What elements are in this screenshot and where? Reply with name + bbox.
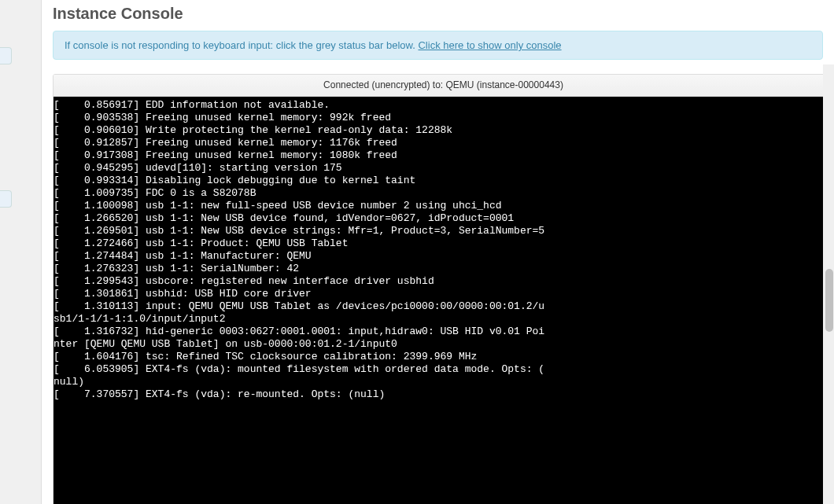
terminal-line: [ 0.945295] udevd[110]: starting version… <box>54 162 833 175</box>
vnc-status-bar[interactable]: Connected (unencrypted) to: QEMU (instan… <box>54 75 833 97</box>
terminal-output[interactable]: [ 0.856917] EDD information not availabl… <box>54 97 833 504</box>
terminal-line: [ 1.299543] usbcore: registered new inte… <box>54 275 833 288</box>
terminal-line: [ 1.266520] usb 1-1: New USB device foun… <box>54 212 833 225</box>
terminal-line: [ 1.272466] usb 1-1: Product: QEMU USB T… <box>54 237 833 250</box>
terminal-line: [ 1.604176] tsc: Refined TSC clocksource… <box>54 351 833 363</box>
status-bar-text: Connected (unencrypted) to: QEMU (instan… <box>323 79 563 90</box>
page-title: Instance Console <box>53 5 834 23</box>
console-frame: Connected (unencrypted) to: QEMU (instan… <box>53 74 834 504</box>
show-only-console-link[interactable]: Click here to show only console <box>418 39 561 51</box>
terminal-line: [ 1.276323] usb 1-1: SerialNumber: 42 <box>54 263 833 275</box>
terminal-line: [ 1.009735] FDC 0 is a S82078B <box>54 187 833 200</box>
terminal-line: [ 1.301861] usbhid: USB HID core driver <box>54 288 833 300</box>
terminal-line: sb1/1-1/1-1:1.0/input/input2 <box>54 313 833 326</box>
page-wrap: Instance Console If console is not respo… <box>0 0 834 504</box>
alert-text: If console is not responding to keyboard… <box>65 39 418 51</box>
terminal-line: [ 1.274484] usb 1-1: Manufacturer: QEMU <box>54 250 833 263</box>
terminal-line: [ 0.993314] Disabling lock debugging due… <box>54 175 833 187</box>
terminal-line: [ 0.917308] Freeing unused kernel memory… <box>54 149 833 162</box>
terminal-line: [ 1.310113] input: QEMU QEMU USB Tablet … <box>54 300 833 313</box>
terminal-line: [ 0.906010] Write protecting the kernel … <box>54 124 833 137</box>
terminal-line: null) <box>54 376 833 388</box>
terminal-line: [ 1.316732] hid-generic 0003:0627:0001.0… <box>54 326 833 338</box>
terminal-line: [ 1.269501] usb 1-1: New USB device stri… <box>54 225 833 237</box>
terminal-line: [ 6.053905] EXT4-fs (vda): mounted files… <box>54 363 833 376</box>
terminal-line: [ 0.856917] EDD information not availabl… <box>54 99 833 112</box>
terminal-line: [ 0.903538] Freeing unused kernel memory… <box>54 112 833 124</box>
terminal-line: [ 7.370557] EXT4-fs (vda): re-mounted. O… <box>54 388 833 401</box>
scrollbar-track[interactable] <box>823 64 834 504</box>
info-alert: If console is not responding to keyboard… <box>53 31 823 60</box>
sidebar-col <box>0 0 41 504</box>
main-content: Instance Console If console is not respo… <box>41 0 834 504</box>
terminal-line: nter [QEMU QEMU USB Tablet] on usb-0000:… <box>54 338 833 351</box>
scrollbar-thumb[interactable] <box>825 269 833 332</box>
terminal-line: [ 1.100098] usb 1-1: new full-speed USB … <box>54 200 833 212</box>
sidebar-tab-2[interactable] <box>0 190 12 208</box>
sidebar-tab-1[interactable] <box>0 47 12 64</box>
terminal-line: [ 0.912857] Freeing unused kernel memory… <box>54 137 833 149</box>
